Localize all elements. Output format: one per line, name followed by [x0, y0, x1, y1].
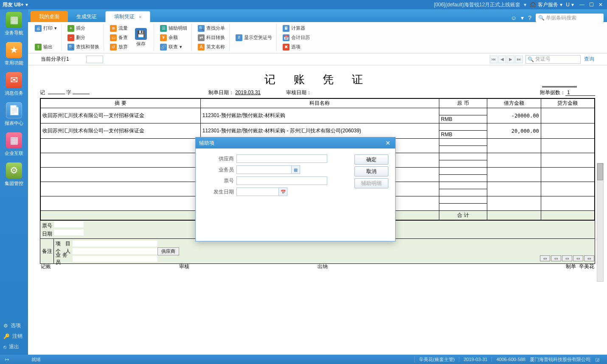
voucher-title: 记 账 凭 证 — [40, 72, 595, 87]
show-empty-voucher-button[interactable]: #显示空凭证号 — [234, 34, 274, 42]
calendar-icon[interactable]: 📅 — [278, 188, 287, 196]
list-icon: ☰ — [160, 25, 167, 32]
delete-row-button[interactable]: −删分 — [66, 34, 101, 42]
date-input[interactable]: 📅 — [236, 188, 287, 196]
app-dropdown-icon[interactable]: ▾ — [25, 2, 28, 8]
ok-button[interactable]: 确定 — [354, 154, 388, 165]
nav-enterprise[interactable]: ▦企业互联 — [2, 132, 26, 157]
account-dropdown-icon[interactable]: ▾ — [524, 2, 526, 8]
insert-row-button[interactable]: +插分 — [66, 24, 101, 33]
aux-modal: 辅助项 ✕ 供应商 业务员▦ 票号 发生日期📅 确定 取消 辅助明细 — [195, 137, 396, 241]
minimize-button[interactable]: — — [577, 2, 587, 8]
prev-page-button[interactable]: ◀ — [498, 56, 506, 63]
tool-icon-1[interactable]: ▭ — [540, 255, 550, 261]
find-split-button[interactable]: 🔍查找分单 — [196, 24, 227, 33]
barcode-search[interactable]: 🔍 单据条码搜索 — [536, 14, 604, 22]
sidebar-exit[interactable]: ⎋退出 — [0, 342, 28, 352]
smile-icon[interactable]: ☺ — [511, 14, 517, 21]
abandon-button[interactable]: ↺放弃 — [108, 43, 129, 51]
voucher-no-input[interactable] — [73, 94, 90, 94]
make-date[interactable]: 2019.03.31 — [235, 90, 261, 95]
close-button[interactable]: ✕ — [596, 2, 605, 8]
output-button[interactable]: ⇪输出 — [33, 43, 59, 51]
vertical-scrollbar[interactable] — [597, 163, 604, 282]
sidebar-options[interactable]: ⚙选项 — [0, 320, 28, 331]
staff-input[interactable] — [73, 256, 157, 262]
balance-button[interactable]: ¥余额 — [158, 34, 189, 42]
account-name[interactable]: [006](default)海普锐12月正式上线账套 — [434, 1, 520, 8]
tab-generate-voucher[interactable]: 生成凭证 — [68, 11, 105, 22]
sub-toolbar: 当前分录行1 ⏮ ◀ ▶ ⏭ 🔍 凭证号 查询 — [28, 53, 607, 65]
project-input[interactable] — [73, 241, 157, 246]
supplier-input[interactable] — [236, 154, 327, 163]
print-button[interactable]: 🖨打印 ▾ — [33, 24, 59, 33]
tool-icon-5[interactable]: ▭ — [584, 255, 594, 261]
backup-button[interactable]: ▭备查 — [108, 34, 129, 42]
bill-input[interactable] — [236, 176, 327, 185]
person-input[interactable] — [73, 248, 157, 254]
tool-icon-4[interactable]: ▭ — [573, 255, 583, 261]
bill-date-input[interactable] — [54, 230, 84, 235]
voucher-number-search[interactable]: 🔍 凭证号 — [526, 55, 581, 64]
attach-count[interactable]: 1 — [565, 90, 595, 96]
aux-detail-button[interactable]: 辅助明细 — [354, 178, 388, 188]
english-name-button[interactable]: A英文名称 — [196, 43, 227, 51]
u-menu[interactable]: U▾ — [566, 2, 574, 8]
options-button[interactable]: ✖选项 — [281, 43, 312, 51]
flow-button[interactable]: ≋流量 — [108, 24, 129, 33]
tab-fill-voucher[interactable]: 填制凭证× — [105, 11, 150, 22]
customer-service[interactable]: 🎧 客户服务 ▾ — [530, 1, 562, 8]
supplier-tag[interactable]: 供应商 — [157, 247, 179, 255]
grid-row[interactable]: 收回苏州汇川技术有限公司---支付招标保证金 112301-预付账款/预付账款-… — [41, 123, 595, 131]
sidebar-logout[interactable]: 🔑注销 — [0, 331, 28, 342]
nav-reports[interactable]: 📄报表中心 — [2, 102, 26, 126]
headset-icon: 🎧 — [530, 2, 536, 8]
lookup-icon[interactable]: ▦ — [291, 166, 300, 174]
chevron-down-icon[interactable]: ▾ — [521, 14, 524, 21]
nav-group[interactable]: ⚙集团管控 — [2, 162, 26, 187]
maximize-button[interactable]: ☐ — [587, 2, 596, 8]
modal-titlebar[interactable]: 辅助项 ✕ — [196, 137, 395, 148]
nav-messages[interactable]: ✉消息任务 — [2, 72, 26, 96]
pin-icon[interactable]: ↦ — [3, 357, 10, 362]
flow-icon: ≋ — [110, 25, 117, 32]
scrollbar-thumb[interactable] — [597, 163, 603, 180]
bill-no-input[interactable] — [54, 221, 84, 227]
left-sidebar: ▦业务导航 ★常用功能 ✉消息任务 📄报表中心 ▦企业互联 ⚙集团管控 ⚙选项 … — [0, 9, 28, 355]
save-button[interactable]: 💾保存 — [131, 24, 151, 51]
tool-icon-3[interactable]: ▭ — [562, 255, 572, 261]
nav-favorites[interactable]: ★常用功能 — [2, 42, 26, 66]
calendar-button[interactable]: 📅会计日历 — [281, 34, 312, 42]
current-row-input[interactable] — [86, 56, 103, 63]
status-date: 2019-03-31 — [459, 357, 492, 362]
join-check-button[interactable]: 🔗联查 ▾ — [158, 43, 189, 51]
printer-icon: 🖨 — [35, 25, 42, 32]
calculator-button[interactable]: 🖩计算器 — [281, 24, 312, 33]
discard-icon: ↺ — [110, 44, 117, 50]
query-link[interactable]: 查询 — [584, 56, 594, 63]
star-icon: ★ — [6, 42, 22, 58]
save-icon: 💾 — [135, 28, 147, 40]
tab-desktop[interactable]: 我的桌面 — [31, 11, 68, 22]
cancel-button[interactable]: 取消 — [354, 166, 388, 176]
grid-row[interactable]: 收回苏州汇川技术有限公司---支付招标保证金 112301-预付账款/预付账款-… — [41, 108, 595, 115]
tool-icon-2[interactable]: ▭ — [551, 255, 561, 261]
help-icon[interactable]: ? — [528, 14, 531, 21]
modal-close-button[interactable]: ✕ — [384, 139, 392, 147]
next-page-button[interactable]: ▶ — [507, 56, 514, 63]
find-replace-button[interactable]: 🔍查找和替换 — [66, 43, 101, 51]
export-icon: ⇪ — [35, 44, 42, 50]
aux-detail-button[interactable]: ☰辅助明细 — [158, 24, 189, 33]
nav-business[interactable]: ▦业务导航 — [2, 12, 26, 36]
voucher-type-input[interactable] — [48, 94, 65, 94]
number-icon: # — [236, 34, 242, 41]
tab-close-icon[interactable]: × — [139, 14, 141, 20]
search-icon: 🔍 — [198, 25, 205, 32]
remark-label: 备注 — [40, 239, 54, 263]
modal-title: 辅助项 — [199, 140, 214, 147]
first-page-button[interactable]: ⏮ — [490, 56, 497, 63]
staff-input[interactable]: ▦ — [236, 165, 300, 174]
last-page-button[interactable]: ⏭ — [515, 56, 523, 63]
status-corner-icon[interactable]: ◲ — [590, 357, 604, 362]
account-convert-button[interactable]: ⇄科目转换 — [196, 34, 227, 42]
